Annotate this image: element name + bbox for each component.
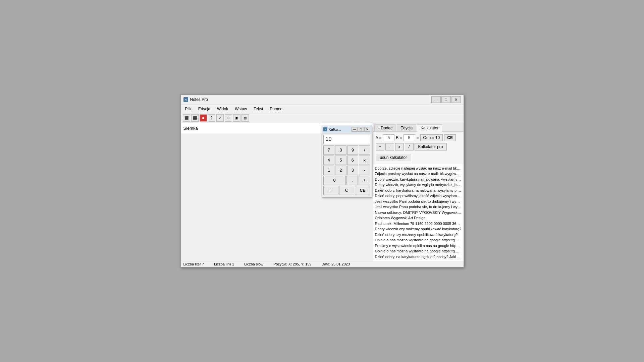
status-lines: Liczba linii 1 xyxy=(214,262,234,266)
calc-btn-8[interactable]: 8 xyxy=(335,145,346,155)
calc-row-4: 0 , + xyxy=(323,176,370,185)
op-minus-btn[interactable]: - xyxy=(385,143,394,150)
log-line-16: Dzień dobry, na karykaturze będzie 2 oso… xyxy=(375,254,462,260)
calc-buttons: 7 8 9 / 4 5 6 x 1 2 3 - xyxy=(322,145,372,197)
menu-bar: Plik Edycja Widok Wstaw Tekst Pomoc xyxy=(181,105,464,113)
window-title: Notes Pro xyxy=(190,97,431,102)
a-label: A = xyxy=(376,135,382,140)
calc-btn-comma[interactable]: , xyxy=(346,176,358,185)
toolbar-btn-6[interactable]: □ xyxy=(225,114,232,122)
log-line-12: Dzień dobry czy możemy opublikować karyk… xyxy=(375,232,462,238)
toolbar-btn-5[interactable]: ✓ xyxy=(216,114,224,122)
calc-maximize-btn[interactable]: □ xyxy=(358,127,364,132)
main-content: Siemka + Kalku... — □ ✕ 10 7 8 xyxy=(181,123,464,261)
calc-minimize-btn[interactable]: — xyxy=(352,127,358,132)
right-panel-tabs: +Dodac Edycja Kalkulator xyxy=(373,123,464,132)
toolbar-btn-7[interactable]: ▣ xyxy=(233,114,240,122)
calc-row-1: 7 8 9 / xyxy=(323,145,370,155)
toolbar: ⬛ ⬛ ■ ? ✓ □ ▣ ▤ xyxy=(181,113,464,123)
a-input[interactable] xyxy=(383,134,394,141)
window-controls: — □ ✕ xyxy=(431,96,461,103)
log-line-13: Opinie o nas mozna wystawic na google ht… xyxy=(375,237,462,243)
editor-wrapper: Siemka + Kalku... — □ ✕ 10 7 8 xyxy=(181,123,373,261)
b-label: B = xyxy=(396,135,402,140)
toolbar-btn-8[interactable]: ▤ xyxy=(241,114,249,122)
calc-display: 10 xyxy=(323,135,370,144)
calc-btn-mul[interactable]: x xyxy=(359,156,370,165)
log-line-7: Jesli wszystko Panu podoba sie, to druku… xyxy=(375,204,462,210)
calc-ops-row: + - x / Kalkulator pro xyxy=(376,143,461,150)
log-line-14: Prosimy o wystawienie opinii o nas na go… xyxy=(375,243,462,249)
log-line-5: Dzień dobry, poprawiłismy jakość zdjecia… xyxy=(375,193,462,199)
log-line-1: Zdjęcia prosimy wysłać na nasz e-mail: b… xyxy=(375,171,462,177)
calc-ab-row: A = B = = Odp = 10 CE xyxy=(376,134,461,141)
op-mul-btn[interactable]: x xyxy=(395,143,404,150)
log-line-15: Opinie o nas mozna wystawic na google ht… xyxy=(375,248,462,254)
calc-btn-div[interactable]: / xyxy=(359,145,370,155)
dodac-icon: + xyxy=(378,126,380,130)
calc-row-2: 4 5 6 x xyxy=(323,156,370,165)
log-line-6: Jesli wszystko Pani podoba sie, to druku… xyxy=(375,199,462,204)
calc-btn-7[interactable]: 7 xyxy=(323,145,335,155)
log-line-3: Dobry wieczór, wysyłamy do wglądu metryc… xyxy=(375,182,462,188)
equals-label: = xyxy=(417,135,419,140)
op-plus-btn[interactable]: + xyxy=(376,143,384,150)
app-icon: N xyxy=(183,97,188,102)
tab-edycja[interactable]: Edycja xyxy=(397,124,416,131)
calc-btn-9[interactable]: 9 xyxy=(347,145,359,155)
status-words: Liczba słów xyxy=(244,262,263,266)
editor-text: Siemka xyxy=(183,126,198,131)
minimize-button[interactable]: — xyxy=(431,96,441,103)
toolbar-btn-2[interactable]: ⬛ xyxy=(191,114,199,122)
menu-plik[interactable]: Plik xyxy=(182,106,195,112)
close-button[interactable]: ✕ xyxy=(451,96,461,103)
log-line-2: Dobry wieczór, karykatura namalowana, wy… xyxy=(375,177,462,182)
status-date: Data: 25.01.2023 xyxy=(322,262,350,266)
log-line-4: Dzień dobry, karykatura namalowana, wysy… xyxy=(375,188,462,193)
toolbar-btn-4[interactable]: ? xyxy=(208,114,215,122)
main-window: N Notes Pro — □ ✕ Plik Edycja Widok Wsta… xyxy=(180,95,464,268)
calc-row-3: 1 2 3 - xyxy=(323,166,370,175)
op-div-btn[interactable]: / xyxy=(405,143,414,150)
menu-widok[interactable]: Widok xyxy=(214,106,231,112)
calc-title-bar: + Kalku... — □ ✕ xyxy=(322,126,372,133)
menu-edycja[interactable]: Edycja xyxy=(195,106,213,112)
status-letters: Liczba liter 7 xyxy=(183,262,204,266)
calc-btn-ce[interactable]: CE xyxy=(355,186,370,195)
calc-btn-equals[interactable]: = xyxy=(323,186,338,195)
calc-btn-c[interactable]: C xyxy=(339,186,354,195)
right-calc-section: A = B = = Odp = 10 CE + - x / Kalkulator… xyxy=(373,132,464,164)
right-panel: +Dodac Edycja Kalkulator A = B = = Odp =… xyxy=(373,123,464,261)
b-input[interactable] xyxy=(404,134,415,141)
tab-dodac[interactable]: +Dodac xyxy=(374,124,396,131)
cursor xyxy=(198,126,198,131)
calc-btn-2[interactable]: 2 xyxy=(335,166,346,175)
ce-button[interactable]: CE xyxy=(444,134,456,141)
log-line-11: Dobry wieczór czy możemy opublikować kar… xyxy=(375,226,462,232)
calc-title-text: Kalku... xyxy=(329,127,352,131)
log-line-8: Nazwa odbiorcy: DMITRIY VYGOVSKIY Wygows… xyxy=(375,210,462,216)
calc-btn-6[interactable]: 6 xyxy=(347,156,359,165)
calc-btn-0[interactable]: 0 xyxy=(323,176,346,185)
calc-btn-4[interactable]: 4 xyxy=(323,156,335,165)
calc-btn-sub[interactable]: - xyxy=(359,166,370,175)
menu-pomoc[interactable]: Pomoc xyxy=(267,106,285,112)
result-button[interactable]: Odp = 10 xyxy=(420,134,443,141)
menu-tekst[interactable]: Tekst xyxy=(251,106,266,112)
log-line-9: Odbiorca Wygowski Art Design xyxy=(375,215,462,221)
calc-btn-3[interactable]: 3 xyxy=(347,166,359,175)
menu-wstaw[interactable]: Wstaw xyxy=(232,106,250,112)
log-line-0: Dobrze, zdjecie najlepiej wysłać na nasz… xyxy=(375,166,462,171)
status-position: Pozycja: X: 295, Y: 159 xyxy=(273,262,312,266)
calc-btn-add[interactable]: + xyxy=(359,176,370,185)
calc-close-btn[interactable]: ✕ xyxy=(364,127,370,132)
calc-btn-1[interactable]: 1 xyxy=(323,166,335,175)
toolbar-btn-3[interactable]: ■ xyxy=(200,114,207,122)
tab-kalkulator[interactable]: Kalkulator xyxy=(417,124,442,132)
delete-calc-button[interactable]: usuń kalkulator xyxy=(376,154,412,161)
toolbar-btn-1[interactable]: ⬛ xyxy=(183,114,190,122)
maximize-button[interactable]: □ xyxy=(441,96,451,103)
calc-pro-button[interactable]: Kalkulator pro xyxy=(415,143,447,150)
calc-btn-5[interactable]: 5 xyxy=(335,156,346,165)
text-log: Dobrze, zdjecie najlepiej wysłać na nasz… xyxy=(373,164,464,261)
